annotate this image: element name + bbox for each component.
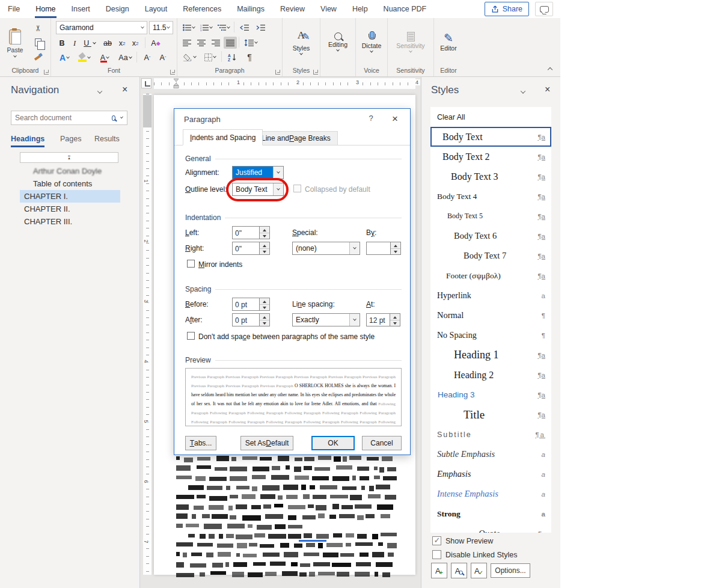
highlight-color-button[interactable] bbox=[75, 52, 93, 64]
ribbon-tab-view[interactable]: View bbox=[313, 0, 344, 18]
set-as-default-button[interactable]: Set As Default bbox=[240, 436, 293, 450]
navigation-pane-menu-chevron-icon[interactable] bbox=[97, 88, 102, 93]
dialog-close-button[interactable]: × bbox=[384, 112, 406, 126]
spin-up-icon[interactable] bbox=[260, 242, 269, 249]
clear-formatting-button[interactable]: A◆ bbox=[148, 37, 163, 49]
style-item-body-text-5[interactable]: Body Text 5¶a bbox=[430, 206, 551, 226]
spin-up-icon[interactable] bbox=[390, 314, 400, 320]
style-item-subtitle[interactable]: Subtitle¶a bbox=[430, 424, 551, 444]
clipboard-dialog-launcher-icon[interactable] bbox=[44, 70, 49, 75]
style-item-body-text[interactable]: Body Text¶a bbox=[430, 127, 551, 147]
style-item-heading-3[interactable]: Heading 3¶a bbox=[430, 385, 551, 405]
style-item-normal[interactable]: Normal¶ bbox=[430, 305, 551, 325]
by-spinner[interactable] bbox=[366, 242, 401, 255]
shading-button[interactable] bbox=[180, 51, 198, 63]
align-left-button[interactable] bbox=[180, 37, 194, 49]
show-preview-checkbox[interactable] bbox=[432, 536, 441, 545]
spin-up-icon[interactable] bbox=[260, 314, 269, 320]
change-case-button[interactable]: Aa bbox=[116, 52, 134, 64]
increase-indent-button[interactable] bbox=[253, 22, 268, 34]
indent-right-spinner[interactable]: 0" bbox=[232, 242, 270, 255]
spacing-after-value[interactable]: 0 pt bbox=[232, 313, 260, 326]
numbering-button[interactable]: 123 bbox=[198, 22, 214, 34]
style-item-body-text-2[interactable]: Body Text 2¶a bbox=[430, 147, 551, 167]
bold-button[interactable]: B bbox=[56, 37, 68, 49]
style-item-heading-1[interactable]: Heading 1¶a bbox=[430, 345, 551, 365]
format-painter-button[interactable] bbox=[30, 51, 46, 63]
copy-button[interactable] bbox=[30, 36, 46, 48]
tab-line-and-page-breaks[interactable]: Line and Page Breaks bbox=[254, 131, 338, 145]
ribbon-tab-mailings[interactable]: Mailings bbox=[229, 0, 272, 18]
indent-left-value[interactable]: 0" bbox=[232, 226, 260, 239]
nav-heading-item[interactable]: Table of contents bbox=[20, 177, 120, 190]
tab-indents-and-spacing[interactable]: Indents and Spacing bbox=[183, 129, 263, 145]
style-item-body-text-3[interactable]: Body Text 3¶a bbox=[430, 167, 551, 186]
dictate-button[interactable]: Dictate bbox=[356, 18, 387, 66]
indent-right-value[interactable]: 0" bbox=[232, 242, 260, 255]
special-dropdown[interactable]: (none) bbox=[292, 242, 360, 255]
bullets-button[interactable] bbox=[180, 22, 197, 34]
style-item-footer-[interactable]: Footer (σψμβολ)¶a bbox=[430, 266, 551, 286]
ribbon-tab-nuance-pdf[interactable]: Nuance PDF bbox=[376, 0, 435, 18]
spin-down-icon[interactable] bbox=[260, 305, 269, 311]
style-item-title[interactable]: Title¶a bbox=[430, 405, 551, 424]
comments-button[interactable] bbox=[535, 2, 553, 16]
subscript-button[interactable]: x2 bbox=[116, 37, 128, 49]
search-input[interactable] bbox=[11, 114, 112, 122]
styles-gallery-button[interactable]: A ✎ Styles bbox=[283, 18, 320, 66]
sort-button[interactable]: A Z bbox=[224, 51, 240, 63]
superscript-button[interactable]: x2 bbox=[129, 37, 141, 49]
nav-heading-item[interactable]: CHAPTER I. bbox=[20, 190, 120, 203]
text-effects-button[interactable]: A bbox=[56, 52, 73, 64]
spacing-before-spinner[interactable]: 0 pt bbox=[232, 298, 270, 311]
grow-font-button[interactable]: Aˆ bbox=[140, 52, 155, 64]
nav-tab-pages[interactable]: Pages bbox=[60, 135, 81, 143]
search-options-chevron-icon[interactable] bbox=[120, 115, 123, 118]
editing-button[interactable]: Editing bbox=[320, 18, 355, 66]
ok-button[interactable]: OK bbox=[311, 436, 355, 450]
navigation-search-box[interactable] bbox=[11, 111, 127, 125]
chevron-down-icon[interactable] bbox=[349, 242, 360, 254]
nav-heading-item[interactable]: CHAPTER II. bbox=[20, 203, 120, 215]
indent-left-spinner[interactable]: 0" bbox=[232, 226, 270, 239]
by-value[interactable] bbox=[366, 242, 391, 255]
align-center-button[interactable] bbox=[195, 37, 208, 49]
italic-button[interactable]: I bbox=[69, 37, 81, 49]
search-icon[interactable] bbox=[112, 115, 115, 121]
mirror-indents-checkbox[interactable] bbox=[187, 260, 195, 268]
options-button[interactable]: Options... bbox=[491, 563, 530, 578]
editor-button[interactable]: ✎ Editor bbox=[434, 18, 463, 66]
ribbon-tab-design[interactable]: Design bbox=[98, 0, 137, 18]
paste-button[interactable]: Paste bbox=[4, 20, 26, 66]
ribbon-tab-file[interactable]: File bbox=[0, 0, 28, 18]
style-item-intense-emphasis[interactable]: Intense Emphasisa bbox=[430, 484, 551, 504]
spin-down-icon[interactable] bbox=[260, 320, 269, 326]
dialog-help-button[interactable]: ? bbox=[364, 114, 378, 126]
at-value[interactable]: 12 pt bbox=[366, 313, 390, 326]
font-size-combobox[interactable]: 11.5 bbox=[149, 21, 173, 34]
paragraph-dialog-launcher-icon[interactable] bbox=[275, 70, 280, 75]
underline-button[interactable]: U bbox=[81, 37, 98, 49]
font-color-button[interactable]: A bbox=[96, 52, 114, 64]
navigation-pane-close-icon[interactable]: × bbox=[122, 84, 127, 95]
nav-heading-item[interactable]: Arthur Conan Doyle bbox=[20, 165, 120, 177]
style-item-body-text-4[interactable]: Body Text 4¶a bbox=[430, 186, 551, 206]
font-dialog-launcher-icon[interactable] bbox=[170, 70, 175, 75]
style-inspector-button[interactable]: A bbox=[451, 563, 467, 578]
font-name-combobox[interactable]: Garamond bbox=[56, 21, 147, 34]
alignment-dropdown[interactable]: Justified bbox=[232, 166, 284, 179]
style-item-body-text-7[interactable]: Body Text 7¶a bbox=[430, 246, 551, 266]
spacing-before-value[interactable]: 0 pt bbox=[232, 298, 260, 311]
collapse-heading-button[interactable]: ▴ bbox=[20, 152, 118, 163]
ribbon-tab-help[interactable]: Help bbox=[344, 0, 376, 18]
nav-heading-item[interactable]: CHAPTER III. bbox=[20, 215, 120, 228]
style-item-quote[interactable]: Quote¶a bbox=[430, 524, 551, 533]
borders-button[interactable] bbox=[201, 51, 219, 63]
justify-button[interactable] bbox=[224, 37, 237, 49]
style-item-heading-2[interactable]: Heading 2¶a bbox=[430, 365, 551, 385]
style-item-subtle-emphasis[interactable]: Subtle Emphasisa bbox=[430, 444, 551, 464]
new-style-button[interactable]: A+ bbox=[431, 563, 447, 578]
indent-markers[interactable] bbox=[172, 78, 180, 89]
spin-down-icon[interactable] bbox=[260, 233, 269, 239]
style-item-clear-all[interactable]: Clear All bbox=[430, 107, 551, 127]
